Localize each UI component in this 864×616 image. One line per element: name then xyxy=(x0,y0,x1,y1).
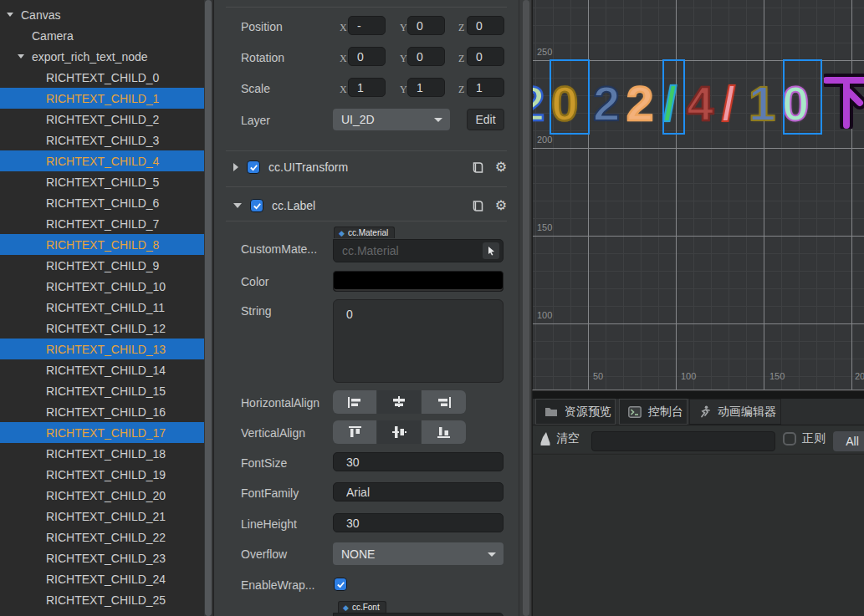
hierarchy-item[interactable]: RICHTEXT_CHILD_13 xyxy=(0,339,204,359)
expand-arrow-icon[interactable] xyxy=(7,13,13,17)
align-right-button[interactable] xyxy=(422,390,466,414)
hierarchy-item[interactable]: RICHTEXT_CHILD_15 xyxy=(0,380,204,401)
hierarchy-item[interactable]: RICHTEXT_CHILD_14 xyxy=(0,359,204,380)
hierarchy-children-list: RICHTEXT_CHILD_0RICHTEXT_CHILD_1RICHTEXT… xyxy=(0,67,204,616)
rotation-x-input[interactable] xyxy=(348,47,386,66)
component-enabled-checkbox[interactable] xyxy=(250,199,263,212)
valign-top-button[interactable] xyxy=(333,420,377,444)
scale-z-input[interactable] xyxy=(467,78,504,97)
dock-tab-2[interactable]: 控制台 xyxy=(619,399,688,425)
rotation-y-input[interactable] xyxy=(407,47,445,66)
line-height-label: LineHeight xyxy=(241,517,297,531)
hierarchy-item[interactable]: RICHTEXT_CHILD_12 xyxy=(0,318,204,339)
component-header-label[interactable]: cc.Label ⚙ xyxy=(214,196,519,216)
string-textarea[interactable]: 0 xyxy=(333,299,504,383)
node-label: RICHTEXT_CHILD_24 xyxy=(46,573,166,586)
axis-z-label: Z xyxy=(458,22,464,34)
custom-material-label: CustomMate... xyxy=(241,242,317,256)
color-swatch[interactable] xyxy=(333,271,504,292)
hierarchy-item[interactable]: RICHTEXT_CHILD_25 xyxy=(0,589,204,610)
hierarchy-item-richtext-node[interactable]: export_rich_text_node xyxy=(0,46,204,67)
gear-icon[interactable]: ⚙ xyxy=(495,199,507,212)
hierarchy-item[interactable]: RICHTEXT_CHILD_4 xyxy=(0,150,204,171)
console-clear-button[interactable]: 清空 xyxy=(539,431,580,446)
hierarchy-item-canvas[interactable]: Canvas xyxy=(0,4,204,25)
axis-z-label: Z xyxy=(458,53,464,65)
hierarchy-item[interactable]: RICHTEXT_CHILD_0 xyxy=(0,67,204,88)
align-left-button[interactable] xyxy=(333,390,377,414)
hierarchy-item[interactable]: RICHTEXT_CHILD_23 xyxy=(0,547,204,568)
node-label: RICHTEXT_CHILD_0 xyxy=(46,71,159,84)
hierarchy-item[interactable]: RICHTEXT_CHILD_21 xyxy=(0,506,204,527)
layer-dropdown[interactable]: UI_2D xyxy=(333,109,450,130)
position-z-input[interactable] xyxy=(467,16,504,35)
hierarchy-item[interactable]: RICHTEXT_CHILD_3 xyxy=(0,130,204,150)
richtext-char: / xyxy=(722,70,735,137)
expand-arrow-icon[interactable] xyxy=(233,203,242,208)
log-filter-all-button[interactable]: All xyxy=(833,431,864,451)
font-size-input[interactable] xyxy=(333,452,504,471)
hierarchy-item[interactable]: RICHTEXT_CHILD_10 xyxy=(0,276,204,297)
hierarchy-item[interactable]: RICHTEXT_CHILD_11 xyxy=(0,297,204,318)
overflow-value: NONE xyxy=(341,547,375,561)
hierarchy-item[interactable]: RICHTEXT_CHILD_20 xyxy=(0,485,204,506)
position-y-input[interactable] xyxy=(407,16,445,35)
layer-edit-button[interactable]: Edit xyxy=(467,109,504,130)
scene-view[interactable]: 25020015010050100150200 2022/4/10 xyxy=(532,0,864,390)
hierarchy-item[interactable]: RICHTEXT_CHILD_8 xyxy=(0,234,204,255)
axis-x-label: X xyxy=(340,22,347,34)
hierarchy-item[interactable]: RICHTEXT_CHILD_2 xyxy=(0,109,204,130)
valign-middle-button[interactable] xyxy=(377,420,422,444)
hierarchy-item[interactable]: RICHTEXT_CHILD_19 xyxy=(0,464,204,485)
hierarchy-item[interactable]: RICHTEXT_CHILD_24 xyxy=(0,568,204,589)
node-label: RICHTEXT_CHILD_18 xyxy=(46,447,166,461)
material-placeholder: cc.Material xyxy=(342,244,399,257)
dock-tab-3[interactable]: 动画编辑器 xyxy=(689,399,781,425)
hierarchy-item[interactable]: RICHTEXT_CHILD_6 xyxy=(0,192,204,213)
hierarchy-item[interactable]: RICHTEXT_CHILD_1 xyxy=(0,88,204,109)
hierarchy-item[interactable]: RICHTEXT_CHILD_5 xyxy=(0,171,204,192)
hierarchy-item[interactable]: RICHTEXT_CHILD_26 xyxy=(0,610,204,616)
tab-label: 资源预览 xyxy=(565,405,611,420)
docs-icon[interactable] xyxy=(471,162,483,173)
scrollbar-thumb[interactable] xyxy=(205,0,212,616)
overflow-dropdown[interactable]: NONE xyxy=(333,542,504,565)
rotation-z-input[interactable] xyxy=(467,47,504,66)
line-height-input[interactable] xyxy=(333,513,504,532)
hierarchy-item[interactable]: RICHTEXT_CHILD_18 xyxy=(0,443,204,464)
hierarchy-item[interactable]: RICHTEXT_CHILD_7 xyxy=(0,213,204,234)
hierarchy-item[interactable]: RICHTEXT_CHILD_16 xyxy=(0,401,204,422)
console-search-input[interactable] xyxy=(591,431,775,451)
node-label: RICHTEXT_CHILD_13 xyxy=(46,343,166,356)
enable-wrap-checkbox[interactable] xyxy=(334,578,347,591)
component-header-uitransform[interactable]: cc.UITransform ⚙ xyxy=(214,157,519,177)
scale-y-input[interactable] xyxy=(407,78,445,97)
docs-icon[interactable] xyxy=(471,201,483,211)
hierarchy-item[interactable]: RICHTEXT_CHILD_17 xyxy=(0,422,204,443)
position-label: Position xyxy=(241,20,283,33)
expand-arrow-icon[interactable] xyxy=(18,54,24,59)
terminal-icon xyxy=(628,406,642,418)
font-family-input[interactable] xyxy=(333,482,504,501)
hierarchy-scrollbar[interactable] xyxy=(204,0,212,616)
custom-material-field[interactable]: cc.Material xyxy=(333,239,504,262)
regex-checkbox[interactable] xyxy=(783,432,796,445)
node-label: RICHTEXT_CHILD_1 xyxy=(46,92,159,105)
expand-arrow-icon[interactable] xyxy=(233,163,238,171)
scrollbar-thumb[interactable] xyxy=(523,0,529,616)
hierarchy-item[interactable]: RICHTEXT_CHILD_22 xyxy=(0,527,204,547)
hierarchy-item-camera[interactable]: Camera xyxy=(0,25,204,46)
hierarchy-item[interactable]: RICHTEXT_CHILD_9 xyxy=(0,255,204,276)
inspector-scrollbar[interactable] xyxy=(519,0,531,616)
console-output xyxy=(533,454,864,616)
gear-icon[interactable]: ⚙ xyxy=(495,160,507,174)
font-field[interactable] xyxy=(333,613,504,616)
dock-tab-1[interactable]: 资源预览 xyxy=(535,399,616,425)
asset-picker-icon[interactable] xyxy=(483,242,499,259)
inspector-panel: Position X Y Z Rotation X Y Z Scale X Y … xyxy=(213,0,519,616)
align-center-button[interactable] xyxy=(377,390,422,414)
position-x-input[interactable] xyxy=(348,16,386,35)
scale-x-input[interactable] xyxy=(348,78,386,97)
component-enabled-checkbox[interactable] xyxy=(247,160,260,174)
valign-bottom-button[interactable] xyxy=(422,420,466,444)
